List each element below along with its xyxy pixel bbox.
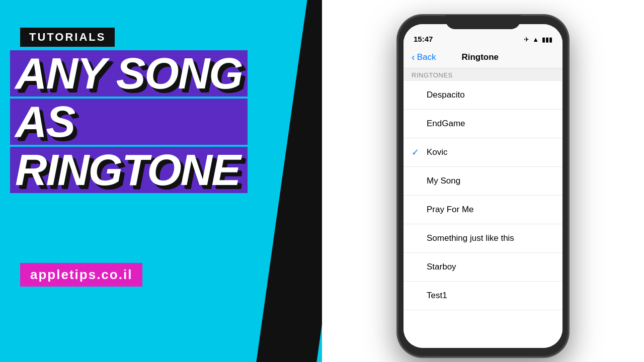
back-button[interactable]: ‹ Back	[412, 51, 436, 63]
title-line3: RINGTONE	[10, 147, 248, 193]
ringtone-name: Despacito	[427, 90, 465, 100]
section-header: RINGTONES	[404, 68, 562, 81]
left-panel: TUTORIALS ANY SONG AS RINGTONE appletips…	[0, 0, 322, 362]
ringtone-item[interactable]: Something just like this	[404, 224, 562, 253]
ringtone-name: Kovic	[427, 147, 448, 157]
checkmark-icon: ✓	[412, 147, 419, 158]
back-arrow-icon: ‹	[412, 51, 415, 63]
main-title: ANY SONG AS RINGTONE	[10, 50, 248, 195]
ringtone-name: Something just like this	[427, 233, 514, 243]
status-time: 15:47	[414, 35, 433, 43]
airplane-icon: ✈	[524, 36, 529, 43]
tutorials-badge: TUTORIALS	[20, 28, 115, 47]
website-label: appletips.co.il	[30, 267, 132, 282]
ringtone-item[interactable]: My Song	[404, 167, 562, 196]
ringtone-list: DespacitoEndGame✓KovicMy SongPray For Me…	[404, 81, 562, 348]
ringtone-item[interactable]: Despacito	[404, 81, 562, 110]
title-line1: ANY SONG	[10, 50, 248, 97]
ringtone-name: Pray For Me	[427, 205, 474, 215]
ringtone-item[interactable]: Test1	[404, 282, 562, 310]
tutorials-label: TUTORIALS	[29, 31, 106, 43]
battery-icon: ▮▮▮	[542, 36, 552, 43]
iphone-screen: 15:47 ✈ ▲ ▮▮▮ ‹ Back Ringtone RINGTONES	[404, 24, 562, 348]
website-badge: appletips.co.il	[20, 263, 142, 287]
ringtone-item[interactable]: Pray For Me	[404, 196, 562, 224]
back-label: Back	[417, 52, 436, 62]
status-icons: ✈ ▲ ▮▮▮	[524, 36, 552, 43]
ringtone-name: Starboy	[427, 262, 456, 272]
ringtone-name: Test1	[427, 291, 447, 301]
nav-bar: ‹ Back Ringtone	[404, 46, 562, 68]
ringtone-name: My Song	[427, 176, 460, 186]
title-line2: AS	[10, 99, 248, 145]
right-panel: 15:47 ✈ ▲ ▮▮▮ ‹ Back Ringtone RINGTONES	[322, 0, 644, 362]
ringtone-item[interactable]: ✓Kovic	[404, 138, 562, 167]
wifi-icon: ▲	[532, 36, 539, 43]
ringtone-item[interactable]: Starboy	[404, 253, 562, 282]
iphone-frame: 15:47 ✈ ▲ ▮▮▮ ‹ Back Ringtone RINGTONES	[397, 15, 569, 357]
section-header-label: RINGTONES	[412, 71, 453, 79]
notch	[445, 15, 521, 29]
nav-title: Ringtone	[461, 52, 499, 62]
ringtone-name: EndGame	[427, 119, 465, 129]
ringtone-item[interactable]: EndGame	[404, 110, 562, 138]
